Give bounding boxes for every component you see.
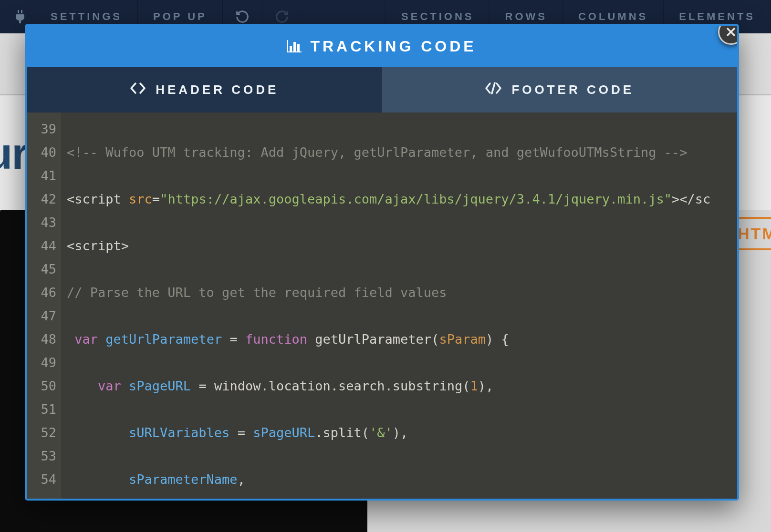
tab-footer-label: FOOTER CODE bbox=[511, 82, 634, 97]
line-number: 50 bbox=[27, 374, 56, 398]
editor-code[interactable]: <!-- Wufoo UTM tracking: Add jQuery, get… bbox=[61, 113, 737, 499]
code-line: <!-- Wufoo UTM tracking: Add jQuery, get… bbox=[67, 145, 687, 160]
svg-rect-2 bbox=[287, 51, 302, 52]
line-number: 44 bbox=[27, 234, 56, 257]
line-number: 52 bbox=[27, 421, 56, 444]
line-number: 41 bbox=[27, 164, 56, 187]
modal-tabs: HEADER CODE FOOTER CODE bbox=[27, 67, 737, 113]
svg-rect-4 bbox=[290, 46, 292, 51]
code-slash-icon bbox=[485, 82, 502, 98]
line-number: 53 bbox=[27, 444, 56, 468]
tracking-code-modal: TRACKING CODE HEADER CODE FOOTER CODE bbox=[25, 24, 739, 501]
bar-chart-icon bbox=[287, 40, 302, 52]
editor-gutter: 39404142434445464748495051525354 bbox=[27, 113, 61, 499]
line-number: 43 bbox=[27, 211, 56, 234]
line-number: 45 bbox=[27, 257, 56, 281]
line-number: 39 bbox=[27, 117, 56, 141]
tab-footer-code[interactable]: FOOTER CODE bbox=[382, 67, 738, 113]
modal-title: TRACKING CODE bbox=[310, 38, 476, 55]
svg-rect-6 bbox=[297, 44, 300, 51]
tab-header-code[interactable]: HEADER CODE bbox=[27, 67, 382, 113]
line-number: 51 bbox=[27, 398, 56, 421]
svg-rect-3 bbox=[287, 40, 288, 52]
line-number: 47 bbox=[27, 304, 56, 327]
svg-rect-5 bbox=[293, 42, 296, 51]
line-number: 49 bbox=[27, 351, 56, 374]
svg-line-7 bbox=[492, 83, 495, 93]
line-number: 40 bbox=[27, 141, 56, 164]
line-number: 54 bbox=[27, 468, 56, 491]
code-icon bbox=[130, 82, 146, 98]
tab-header-label: HEADER CODE bbox=[156, 82, 279, 97]
code-editor[interactable]: 39404142434445464748495051525354 <!-- Wu… bbox=[27, 113, 737, 499]
line-number: 42 bbox=[27, 187, 56, 211]
modal-header: TRACKING CODE bbox=[27, 26, 737, 67]
line-number: 48 bbox=[27, 327, 56, 351]
line-number: 46 bbox=[27, 281, 56, 304]
